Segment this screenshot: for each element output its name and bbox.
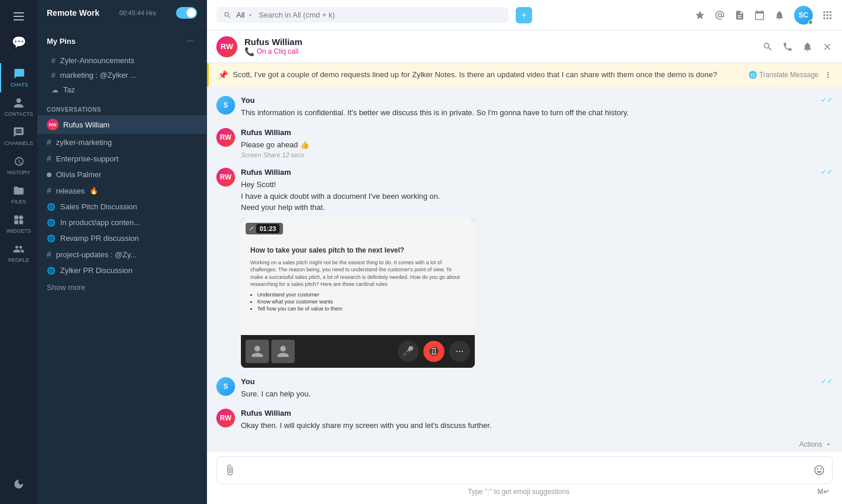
call-controls-bar: 🎤 📵 ···	[241, 335, 475, 368]
search-input[interactable]	[258, 11, 502, 19]
avatar: S	[216, 377, 235, 396]
message-input-area: Type ":" to get emoji suggestions M↵	[207, 451, 842, 504]
conversations-section-label: Conversations	[37, 102, 206, 115]
screen-share-info: Screen Share 12 secs	[241, 151, 833, 158]
topbar: All + SC	[207, 0, 842, 30]
add-button[interactable]: +	[516, 7, 532, 23]
participant-face	[246, 340, 269, 363]
conversation-item-zylker-marketing[interactable]: # zylker-marketing	[37, 134, 206, 150]
conversation-item-revamp[interactable]: 🌐 Revamp PR discussion	[37, 230, 206, 246]
workspace-name: Remote Work	[47, 8, 99, 18]
calendar-icon[interactable]	[754, 10, 765, 20]
attach-icon[interactable]	[224, 464, 236, 476]
more-call-options[interactable]: ···	[449, 341, 470, 362]
message-text-input[interactable]	[240, 465, 809, 475]
conversation-item-releases[interactable]: # releases 🔥	[37, 182, 206, 199]
nav-history-label: HISTORY	[7, 170, 30, 175]
bell-icon[interactable]	[802, 42, 813, 52]
document-icon[interactable]	[734, 10, 745, 20]
search-chat-icon[interactable]	[762, 42, 773, 52]
conversation-item-project-updates[interactable]: # project-updates : @Zy...	[37, 246, 206, 263]
pins-section: My Pins ··· # Zyler-Announcements # mark…	[37, 26, 206, 102]
avatar: RW	[47, 119, 58, 130]
conv-label: project-updates : @Zy...	[56, 250, 137, 259]
star-icon[interactable]	[695, 10, 705, 20]
sidebar-header: Remote Work 00:45:44 Hrs	[37, 0, 206, 26]
nav-channels[interactable]: CHANNELS	[0, 122, 37, 151]
online-indicator	[808, 20, 813, 25]
actions-bar[interactable]: Actions	[207, 438, 842, 451]
at-icon[interactable]	[715, 10, 725, 20]
avatar: RW	[216, 409, 235, 427]
end-call-button[interactable]: 📵	[423, 341, 444, 362]
message-text: This information is confidential. It's b…	[241, 107, 813, 119]
message-sender: You	[241, 377, 813, 386]
conv-label: Sales Pitch Discussion	[60, 202, 137, 211]
workspace-toggle[interactable]	[176, 7, 197, 19]
conv-label: Rufus William	[63, 120, 109, 129]
search-container: All	[216, 7, 509, 23]
conv-label: Revamp PR discussion	[60, 234, 139, 243]
chat-header: RW Rufus William 📞 On a Cliq call	[207, 30, 842, 63]
nav-contacts[interactable]: CONTACTS	[0, 92, 37, 122]
call-participants	[246, 340, 295, 363]
close-icon[interactable]	[822, 42, 833, 52]
hash-icon: #	[47, 154, 51, 163]
highlighted-message: 📌 Scott, I've got a couple of demo reque…	[207, 63, 842, 87]
hash-icon: #	[47, 250, 51, 259]
pins-header: My Pins ···	[47, 33, 197, 49]
grid-icon[interactable]	[822, 10, 833, 20]
pins-title: My Pins	[47, 37, 75, 46]
nav-chats[interactable]: CHATS	[0, 63, 37, 92]
expand-button[interactable]: ⤢ 01:23	[246, 223, 283, 234]
pin-label: Zyler-Announcements	[60, 56, 134, 65]
hamburger-menu[interactable]	[7, 5, 30, 28]
notification-icon[interactable]	[774, 10, 785, 20]
pin-item[interactable]: # Zyler-Announcements	[47, 53, 197, 68]
nav-widgets[interactable]: WIDGETS	[0, 209, 37, 239]
conversation-item-zylker-pr[interactable]: 🌐 Zylker PR Discussion	[37, 263, 206, 278]
pins-menu[interactable]: ···	[185, 33, 197, 49]
svg-rect-2	[13, 19, 24, 20]
nav-files[interactable]: FILES	[0, 180, 37, 209]
nav-channels-label: CHANNELS	[4, 140, 33, 146]
conv-label: releases	[56, 187, 85, 195]
emoji-hint: Type ":" to get emoji suggestions M↵	[216, 484, 833, 499]
emoji-icon[interactable]	[813, 464, 825, 476]
conv-label: zylker-marketing	[56, 138, 112, 147]
list-item: Understand your customer	[257, 292, 465, 298]
conv-label: Zylker PR Discussion	[60, 266, 133, 275]
phone-call-icon[interactable]	[782, 42, 793, 52]
conversation-item-rufus[interactable]: RW Rufus William	[37, 115, 206, 134]
more-options-icon[interactable]	[823, 70, 833, 80]
read-check: ✓✓	[821, 96, 833, 119]
search-icon	[223, 11, 232, 19]
participant-face	[271, 340, 295, 363]
chevron-down-icon	[247, 12, 254, 19]
hash-icon: #	[51, 57, 56, 65]
theme-toggle[interactable]	[13, 474, 25, 495]
conversation-item-sales-pitch[interactable]: 🌐 Sales Pitch Discussion	[37, 199, 206, 215]
message-input-box	[216, 456, 833, 484]
pin-item[interactable]: # marketing : @Zylker ...	[47, 68, 197, 82]
globe-icon: 🌐	[47, 234, 56, 243]
show-more-button[interactable]: Show more	[37, 278, 206, 296]
pin-item[interactable]: ☁ Taz	[47, 82, 197, 97]
user-avatar[interactable]: SC	[794, 6, 813, 25]
hash-icon: #	[51, 71, 56, 80]
conversation-item-olivia[interactable]: Olivia Palmer	[37, 167, 206, 182]
globe-icon: 🌐	[47, 203, 56, 211]
message-sender: You	[241, 96, 813, 105]
translate-button[interactable]: 🌐 Translate Message	[748, 71, 819, 79]
nav-chats-label: CHATS	[11, 82, 28, 88]
nav-people[interactable]: PEOPLE	[0, 239, 37, 268]
mute-button[interactable]: 🎤	[398, 341, 419, 362]
search-filter[interactable]: All	[236, 11, 254, 19]
nav-files-label: FILES	[11, 199, 26, 205]
pin-label: marketing : @Zylker ...	[60, 71, 137, 80]
nav-history[interactable]: HISTORY	[0, 151, 37, 180]
conversation-item-enterprise[interactable]: # Enterprise-support	[37, 150, 206, 167]
status-dot	[47, 172, 51, 177]
message-content: Rufus William Hey Scott! I have a quick …	[241, 168, 813, 368]
conversation-item-inproduct[interactable]: 🌐 In product/app conten...	[37, 215, 206, 230]
